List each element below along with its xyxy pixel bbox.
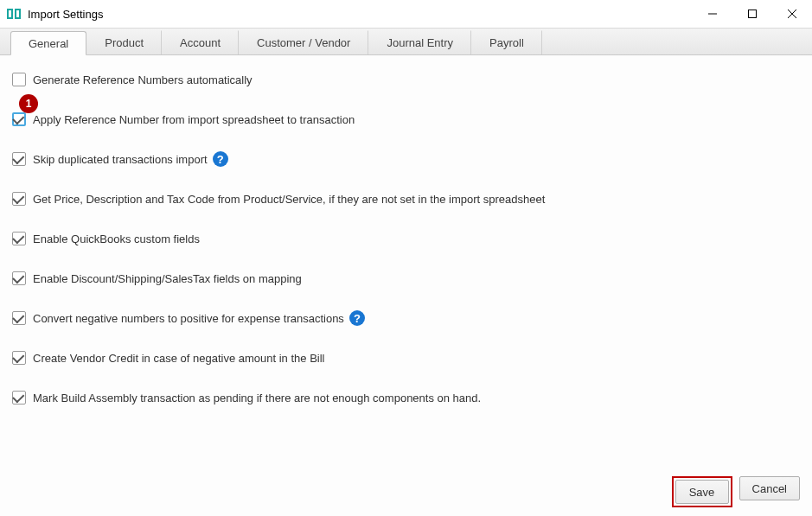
checkbox-get-price[interactable] xyxy=(12,192,26,206)
option-generate-ref: Generate Reference Numbers automatically xyxy=(12,69,800,90)
checkbox-generate-ref[interactable] xyxy=(12,73,26,86)
option-discount-shipping: Enable Discount/Shipping/SalesTax fields… xyxy=(12,268,800,289)
svg-rect-1 xyxy=(749,10,757,18)
minimize-button[interactable] xyxy=(693,0,732,28)
save-button[interactable]: Save xyxy=(675,480,729,504)
tab-product[interactable]: Product xyxy=(86,30,162,54)
button-bar: Save Cancel xyxy=(672,476,800,507)
checkbox-custom-fields[interactable] xyxy=(12,232,26,245)
option-label: Enable Discount/Shipping/SalesTax fields… xyxy=(33,272,302,285)
option-get-price: Get Price, Description and Tax Code from… xyxy=(12,188,800,209)
checkbox-apply-ref[interactable] xyxy=(12,112,26,126)
tab-label: Account xyxy=(180,36,221,49)
tab-label: Product xyxy=(105,36,144,49)
tab-general[interactable]: General xyxy=(10,31,86,55)
option-label: Get Price, Description and Tax Code from… xyxy=(33,193,545,206)
annotation-badge: 1 xyxy=(19,94,38,113)
window: Import Settings General Product Account … xyxy=(0,0,812,516)
help-icon[interactable]: ? xyxy=(349,310,365,326)
app-icon xyxy=(7,9,22,19)
titlebar: Import Settings xyxy=(0,0,812,28)
tab-journal-entry[interactable]: Journal Entry xyxy=(368,30,471,54)
option-skip-duplicates: Skip duplicated transactions import ? xyxy=(12,149,800,169)
help-icon[interactable]: ? xyxy=(213,151,228,167)
option-label: Skip duplicated transactions import xyxy=(33,153,208,166)
option-vendor-credit: Create Vendor Credit in case of negative… xyxy=(12,347,800,368)
checkbox-skip-duplicates[interactable] xyxy=(12,152,26,166)
tab-payroll[interactable]: Payroll xyxy=(471,30,542,54)
tab-account[interactable]: Account xyxy=(162,30,239,54)
tab-label: Payroll xyxy=(489,36,524,49)
close-button[interactable] xyxy=(772,0,812,28)
option-label: Mark Build Assembly transaction as pendi… xyxy=(33,392,481,405)
maximize-icon xyxy=(748,10,757,18)
tab-label: General xyxy=(29,37,68,50)
option-label: Convert negative numbers to positive for… xyxy=(33,312,344,325)
tab-label: Journal Entry xyxy=(387,36,453,49)
option-label: Apply Reference Number from import sprea… xyxy=(33,113,355,126)
save-highlight: Save xyxy=(672,476,732,507)
content-panel: 1 Generate Reference Numbers automatical… xyxy=(0,55,812,516)
option-label: Enable QuickBooks custom fields xyxy=(33,233,200,245)
option-apply-ref: Apply Reference Number from import sprea… xyxy=(12,109,800,130)
close-icon xyxy=(788,10,796,18)
window-title: Import Settings xyxy=(28,8,103,21)
option-build-assembly: Mark Build Assembly transaction as pendi… xyxy=(12,387,800,408)
cancel-button[interactable]: Cancel xyxy=(739,476,800,500)
tab-label: Customer / Vendor xyxy=(257,36,350,49)
tab-strip: General Product Account Customer / Vendo… xyxy=(0,28,812,55)
maximize-button[interactable] xyxy=(732,0,772,28)
checkbox-convert-negative[interactable] xyxy=(12,311,26,325)
minimize-icon xyxy=(708,10,717,18)
option-label: Generate Reference Numbers automatically xyxy=(33,73,253,86)
checkbox-vendor-credit[interactable] xyxy=(12,351,26,365)
option-convert-negative: Convert negative numbers to positive for… xyxy=(12,308,800,328)
window-controls xyxy=(693,0,812,28)
tab-customer-vendor[interactable]: Customer / Vendor xyxy=(239,30,368,54)
option-label: Create Vendor Credit in case of negative… xyxy=(33,352,324,365)
checkbox-discount-shipping[interactable] xyxy=(12,271,26,285)
checkbox-build-assembly[interactable] xyxy=(12,391,26,405)
option-custom-fields: Enable QuickBooks custom fields xyxy=(12,228,800,249)
